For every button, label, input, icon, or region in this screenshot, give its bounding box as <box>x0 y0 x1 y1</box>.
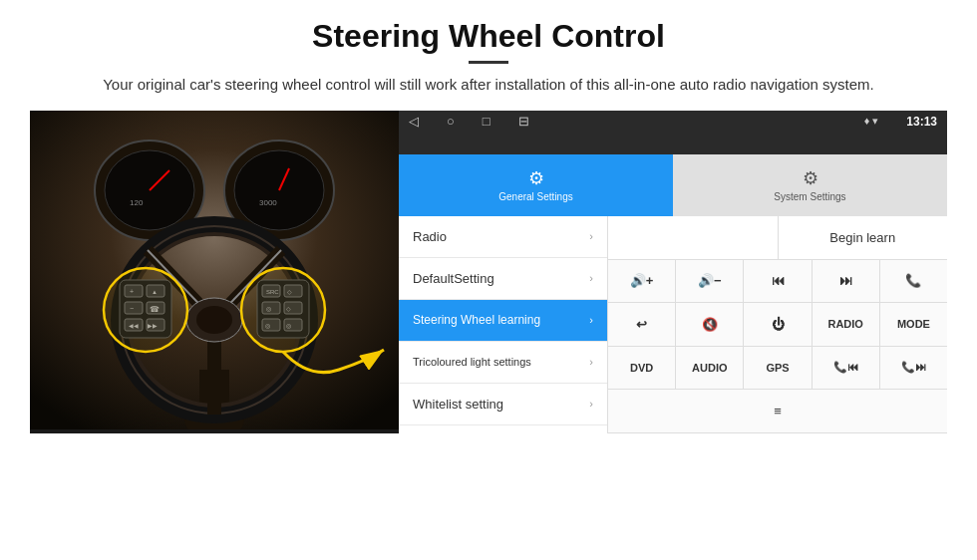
power-button[interactable]: ⏻ <box>744 303 812 346</box>
chevron-tricoloured: › <box>589 356 593 368</box>
android-navbar: ◁ ○ □ ⊟ ♦ ▾ 13:13 <box>399 111 947 133</box>
android-panel: ◁ ○ □ ⊟ ♦ ▾ 13:13 ⚙ General Settings <box>399 111 947 433</box>
gps-button[interactable]: GPS <box>744 347 812 390</box>
mode-button[interactable]: MODE <box>880 303 947 346</box>
top-control-row: Begin learn <box>608 216 947 260</box>
system-settings-label: System Settings <box>774 191 845 202</box>
dvd-button[interactable]: DVD <box>608 347 676 390</box>
begin-learn-button[interactable]: Begin learn <box>779 216 948 259</box>
menu-item-radio[interactable]: Radio › <box>399 216 607 258</box>
time-display: 13:13 <box>906 115 937 129</box>
menu-label-whitelist: Whitelist setting <box>413 397 503 412</box>
empty-half <box>608 216 779 259</box>
recents-icon[interactable]: □ <box>483 114 490 129</box>
content-area: 120 3000 <box>30 111 947 433</box>
subtitle: Your original car's steering wheel contr… <box>100 74 877 97</box>
page-wrapper: Steering Wheel Control Your original car… <box>0 0 977 443</box>
svg-text:120: 120 <box>130 198 144 207</box>
menu-item-default[interactable]: DefaultSetting › <box>399 258 607 300</box>
mute-button[interactable]: 🔇 <box>676 303 744 346</box>
main-content-row: Radio › DefaultSetting › Steering Wheel … <box>399 216 947 433</box>
radio-button[interactable]: RADIO <box>813 303 880 346</box>
svg-point-47 <box>104 268 187 352</box>
svg-text:3000: 3000 <box>259 198 277 207</box>
signal-icon: ♦ ▾ <box>864 115 879 128</box>
control-row-2: ↩ 🔇 ⏻ RADIO MODE <box>608 303 947 347</box>
general-settings-icon: ⚙ <box>528 167 544 189</box>
chevron-steering: › <box>589 314 593 326</box>
next-track-button[interactable]: ⏭ <box>813 260 880 303</box>
menu-label-steering: Steering Wheel learning <box>413 313 540 327</box>
menu-item-steering[interactable]: Steering Wheel learning › <box>399 300 607 342</box>
general-settings-label: General Settings <box>498 191 573 202</box>
left-menu: Radio › DefaultSetting › Steering Wheel … <box>399 216 608 433</box>
chevron-default: › <box>589 272 593 284</box>
control-grid-area: Begin learn 🔊+ 🔊− ⏮ ⏭ 📞 ↩ 🔇 ⏻ <box>608 216 947 433</box>
menu-item-tricoloured[interactable]: Tricoloured light settings › <box>399 342 607 384</box>
back-icon[interactable]: ◁ <box>409 114 419 129</box>
list-icon-button[interactable]: ≡ <box>608 390 947 432</box>
audio-button[interactable]: AUDIO <box>676 347 744 390</box>
tab-system[interactable]: ⚙ System Settings <box>673 154 947 216</box>
control-row-1: 🔊+ 🔊− ⏮ ⏭ 📞 <box>608 260 947 304</box>
phone-button[interactable]: 📞 <box>880 260 947 303</box>
vol-up-button[interactable]: 🔊+ <box>608 260 676 303</box>
home-icon[interactable]: ○ <box>447 114 455 129</box>
svg-point-20 <box>196 306 232 334</box>
settings-tabs: ⚙ General Settings ⚙ System Settings <box>399 154 947 216</box>
prev-track-button[interactable]: ⏮ <box>744 260 812 303</box>
car-image: 120 3000 <box>30 111 399 433</box>
title-section: Steering Wheel Control Your original car… <box>30 18 947 97</box>
chevron-whitelist: › <box>589 398 593 410</box>
menu-label-tricoloured: Tricoloured light settings <box>413 356 531 368</box>
menu-item-whitelist[interactable]: Whitelist setting › <box>399 384 607 425</box>
phone-prev-button[interactable]: 📞⏮ <box>813 347 880 390</box>
page-title: Steering Wheel Control <box>30 18 947 55</box>
system-settings-icon: ⚙ <box>803 167 818 189</box>
tab-general[interactable]: ⚙ General Settings <box>399 154 673 216</box>
chevron-radio: › <box>589 230 593 242</box>
menu-label-default: DefaultSetting <box>413 271 494 286</box>
control-row-3: DVD AUDIO GPS 📞⏮ 📞⏭ <box>608 347 947 391</box>
control-row-4: ≡ <box>608 390 947 433</box>
title-divider <box>469 61 508 64</box>
back-button[interactable]: ↩ <box>608 303 676 346</box>
menu-label-radio: Radio <box>413 229 447 244</box>
vol-down-button[interactable]: 🔊− <box>676 260 744 303</box>
menu-icon[interactable]: ⊟ <box>518 114 529 129</box>
phone-next-button[interactable]: 📞⏭ <box>880 347 947 390</box>
svg-point-48 <box>241 268 325 352</box>
